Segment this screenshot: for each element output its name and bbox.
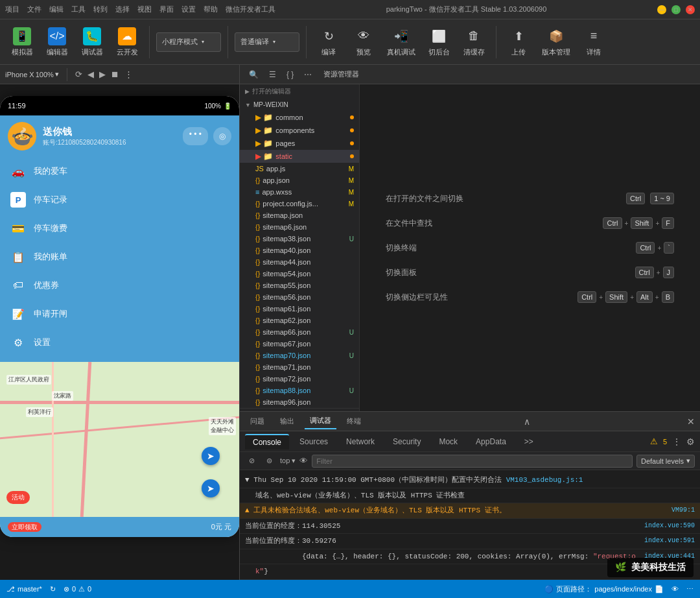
- tree-item-sitemap55[interactable]: {} sitemap55.json: [240, 280, 359, 291]
- devtools-header-tab-issues[interactable]: 问题: [245, 414, 270, 429]
- console-dock-icon[interactable]: ⚙: [686, 437, 695, 447]
- nav-my-bill[interactable]: 📋 我的账单: [0, 243, 239, 271]
- tree-item-pages[interactable]: ▶ 📁 pages: [240, 137, 359, 150]
- console-filter-button[interactable]: ⊜: [262, 455, 276, 466]
- realtest-button[interactable]: 📲 真机调试: [383, 23, 419, 62]
- compile-type-dropdown[interactable]: 普通编译 ▾: [235, 32, 299, 52]
- tree-item-sitemap96[interactable]: {} sitemap96.json: [240, 396, 359, 408]
- map-pin-1[interactable]: ➤: [202, 479, 220, 497]
- menu-select[interactable]: 选择: [115, 5, 130, 14]
- scan-button[interactable]: ◎: [213, 127, 231, 145]
- promo-badge[interactable]: 活动: [6, 491, 30, 504]
- editor-tool-menu[interactable]: ☰: [265, 69, 280, 80]
- tree-item-appwxss[interactable]: ≡ app.wxss M: [240, 186, 359, 198]
- tree-item-sitemap88[interactable]: {} sitemap88.json U: [240, 385, 359, 396]
- simulator-button[interactable]: 📱 模拟器: [6, 23, 38, 62]
- status-sync[interactable]: ↻: [50, 585, 56, 593]
- status-preview[interactable]: 👁: [671, 584, 679, 594]
- console-line-3-source[interactable]: index.vue:590: [644, 521, 695, 532]
- console-line-6[interactable]: ▶ {…} index.vue:451: [240, 580, 700, 580]
- compile-button[interactable]: ↻ 编译: [313, 23, 344, 62]
- debugger-button[interactable]: 🐛 调试器: [76, 23, 108, 62]
- console-line-1-source[interactable]: VM103_asdebug.js:1: [506, 476, 583, 484]
- detail-button[interactable]: ≡ 详情: [578, 23, 609, 62]
- tree-item-sitemap40[interactable]: {} sitemap40.json: [240, 245, 359, 256]
- phone-more-button[interactable]: ⋮: [124, 69, 133, 79]
- tree-item-appjs[interactable]: JS app.js M: [240, 163, 359, 174]
- devtools-tab-console[interactable]: Console: [245, 434, 289, 449]
- nav-parking-record[interactable]: P 停车记录: [0, 185, 239, 214]
- menu-wechat-tools[interactable]: 微信开发者工具: [226, 5, 275, 14]
- tree-item-sitemap62[interactable]: {} sitemap62.json: [240, 315, 359, 326]
- close-button[interactable]: ✕: [686, 5, 695, 14]
- devtools-header-tab-output[interactable]: 输出: [275, 414, 299, 429]
- menu-settings[interactable]: 设置: [181, 5, 196, 14]
- nav-settings[interactable]: ⚙ 设置: [0, 328, 239, 357]
- editor-button[interactable]: </> 编辑器: [41, 23, 73, 62]
- tree-item-sitemap70[interactable]: {} sitemap70.json U: [240, 350, 359, 361]
- tree-item-components[interactable]: ▶ 📁 components: [240, 124, 359, 137]
- devtools-header-tab-terminal[interactable]: 终端: [342, 414, 366, 429]
- backend-button[interactable]: ⬜ 切后台: [423, 23, 454, 62]
- nav-parking-fee[interactable]: 💳 停车缴费: [0, 214, 239, 243]
- menu-edit[interactable]: 编辑: [49, 5, 64, 14]
- dots-button[interactable]: • • •: [183, 127, 208, 145]
- phone-rotate-button[interactable]: ⟳: [75, 69, 82, 79]
- editor-tool-code[interactable]: { }: [283, 69, 298, 80]
- version-button[interactable]: 📦 版本管理: [538, 23, 574, 62]
- promo-text[interactable]: 立即领取: [8, 522, 41, 532]
- tree-item-sitemap66[interactable]: {} sitemap66.json U: [240, 326, 359, 338]
- tree-item-common[interactable]: ▶ 📁 common: [240, 111, 359, 124]
- devtools-tab-network[interactable]: Network: [338, 435, 382, 449]
- device-selector[interactable]: iPhone X 100% ▾: [5, 70, 59, 78]
- editor-tool-more[interactable]: ⋯: [300, 69, 316, 80]
- tree-item-sitemap54[interactable]: {} sitemap54.json: [240, 268, 359, 280]
- preview-button[interactable]: 👁 预览: [348, 23, 379, 62]
- menu-goto[interactable]: 转到: [93, 5, 108, 14]
- console-warning-icon[interactable]: ⚠: [650, 437, 658, 446]
- menu-interface[interactable]: 界面: [159, 5, 174, 14]
- devtools-tab-mock[interactable]: Mock: [431, 435, 465, 449]
- console-level-dropdown[interactable]: Default levels ▾: [636, 455, 695, 468]
- console-settings-icon[interactable]: ⋮: [672, 437, 681, 447]
- phone-home-button[interactable]: ⏹: [111, 69, 119, 79]
- menu-tools[interactable]: 工具: [71, 5, 86, 14]
- tree-item-sitemap56[interactable]: {} sitemap56.json: [240, 291, 359, 303]
- maximize-button[interactable]: □: [671, 5, 681, 14]
- devtools-header-tab-debugger[interactable]: 调试器: [305, 413, 336, 429]
- tree-item-static[interactable]: ▶ 📁 static: [240, 150, 359, 163]
- devtools-tab-more[interactable]: >>: [517, 435, 541, 449]
- nav-coupon[interactable]: 🏷 优惠券: [0, 271, 239, 300]
- menu-help[interactable]: 帮助: [204, 5, 218, 14]
- phone-forward-button[interactable]: ▶: [99, 69, 106, 79]
- tree-item-projectconfig[interactable]: {} project.config.js... M: [240, 198, 359, 209]
- tree-item-sitemap6[interactable]: {} sitemap6.json: [240, 221, 359, 233]
- menu-file[interactable]: 文件: [27, 5, 41, 14]
- project-header[interactable]: ▼ MP-WEIXIN: [240, 99, 359, 111]
- tree-item-sitemap71[interactable]: {} sitemap71.json: [240, 361, 359, 373]
- open-editors-header[interactable]: ▶ 打开的编辑器: [240, 84, 359, 99]
- console-clear-button[interactable]: ⊘: [245, 455, 259, 466]
- tree-item-sitemap[interactable]: {} sitemap.json: [240, 209, 359, 221]
- tree-item-appjson[interactable]: {} app.json M: [240, 174, 359, 186]
- editor-tool-search[interactable]: 🔍: [245, 69, 262, 80]
- mode-dropdown[interactable]: 小程序模式 ▾: [156, 32, 221, 52]
- devtools-minimize-button[interactable]: ∧: [524, 416, 530, 427]
- tree-item-sitemap44[interactable]: {} sitemap44.json: [240, 256, 359, 268]
- cloud-button[interactable]: ☁ 云开发: [111, 23, 143, 62]
- tree-item-sitemap72[interactable]: {} sitemap72.json: [240, 373, 359, 385]
- nav-open-gate[interactable]: 📝 申请开闸: [0, 300, 239, 328]
- tree-item-sitemap67[interactable]: {} sitemap67.json: [240, 338, 359, 350]
- devtools-tab-sources[interactable]: Sources: [292, 435, 336, 449]
- menu-view[interactable]: 视图: [137, 5, 152, 14]
- map-pin-2[interactable]: ➤: [202, 447, 220, 465]
- devtools-close-button[interactable]: ✕: [687, 416, 695, 427]
- nav-mycar[interactable]: 🚗 我的爱车: [0, 157, 239, 185]
- minimize-button[interactable]: —: [657, 5, 666, 14]
- console-eye-button[interactable]: 👁: [299, 456, 308, 466]
- phone-back-button[interactable]: ◀: [88, 69, 94, 79]
- menu-project[interactable]: 项目: [5, 5, 19, 14]
- status-more[interactable]: ⋯: [686, 584, 694, 594]
- status-branch[interactable]: ⎇ master*: [6, 585, 42, 593]
- console-context-selector[interactable]: top ▾: [280, 457, 296, 465]
